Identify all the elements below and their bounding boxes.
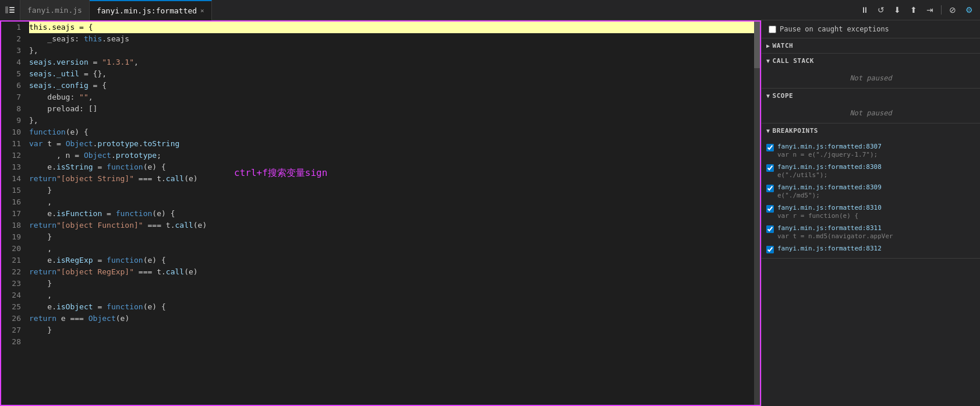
code-line: ,: [29, 243, 754, 255]
code-line: preload: []: [29, 103, 754, 115]
breakpoint-item[interactable]: fanyi.min.js:formatted:8310 var r = func…: [762, 202, 980, 222]
breakpoint-text-5: fanyi.min.js:formatted:8312: [777, 245, 882, 252]
code-line: _seajs: this.seajs: [29, 33, 754, 45]
breakpoint-item[interactable]: fanyi.min.js:formatted:8308 e("./utils")…: [762, 161, 980, 181]
code-line: }: [29, 231, 754, 243]
sidebar-toggle-button[interactable]: [0, 0, 20, 20]
right-panel: Pause on caught exceptions ▶ Watch ▼ Cal…: [761, 20, 980, 406]
tab-close-button[interactable]: ×: [200, 7, 204, 15]
call-stack-not-paused: Not paused: [762, 68, 980, 88]
line-number: 5: [1, 68, 21, 80]
line-number: 12: [1, 150, 21, 161]
scope-label: Scope: [773, 92, 794, 100]
tab-label: fanyi.min.js: [27, 6, 82, 15]
line-number: 7: [1, 91, 21, 103]
tab-label-active: fanyi.min.js:formatted: [97, 6, 197, 15]
pause-button[interactable]: ⏸: [858, 3, 871, 16]
code-line: return "[object String]" === t.call(e): [29, 173, 754, 185]
code-line: e.isObject = function(e) {: [29, 301, 754, 313]
code-line: e.isFunction = function(e) {: [29, 208, 754, 220]
line-number: 2: [1, 33, 21, 45]
svg-rect-2: [9, 9, 15, 10]
breakpoints-section: ▼ Breakpoints fanyi.min.js:formatted:830…: [762, 123, 980, 259]
code-line: },: [29, 45, 754, 57]
watch-section: ▶ Watch: [762, 38, 980, 54]
breakpoint-file-3: fanyi.min.js:formatted:8310: [777, 204, 882, 211]
scrollbar-thumb[interactable]: [754, 22, 760, 68]
deactivate-breakpoints-button[interactable]: ⊘: [946, 3, 959, 16]
line-number: 1: [1, 22, 21, 33]
breakpoints-arrow-icon: ▼: [766, 128, 770, 134]
line-number: 6: [1, 80, 21, 91]
breakpoints-header[interactable]: ▼ Breakpoints: [762, 123, 980, 138]
call-stack-label: Call Stack: [773, 57, 814, 65]
tab-fanyi-min-js[interactable]: fanyi.min.js: [20, 0, 90, 20]
breakpoint-text-2: fanyi.min.js:formatted:8309 e("./md5");: [777, 183, 882, 199]
resume-button[interactable]: ↺: [875, 3, 887, 16]
call-stack-section: ▼ Call Stack Not paused: [762, 54, 980, 89]
code-content[interactable]: this.seajs = { _seajs: this.seajs},seajs…: [24, 22, 754, 405]
code-line: ,: [29, 196, 754, 208]
line-number: 20: [1, 243, 21, 255]
settings-button[interactable]: ⚙: [963, 3, 975, 16]
scope-header[interactable]: ▼ Scope: [762, 89, 980, 103]
editor-area[interactable]: 1234567891011121314151617181920212223242…: [0, 20, 761, 406]
breakpoint-code-4: var t = n.md5(navigator.appVer: [777, 232, 893, 240]
breakpoint-checkbox-5[interactable]: [766, 246, 774, 253]
code-line: ,: [29, 290, 754, 301]
line-number: 28: [1, 336, 21, 348]
code-line: e.isString = function(e) {: [29, 161, 754, 173]
breakpoint-checkbox-2[interactable]: [766, 185, 774, 192]
step-into-button[interactable]: ⬆: [907, 3, 920, 16]
line-numbers: 1234567891011121314151617181920212223242…: [1, 22, 24, 405]
code-line: return e === Object(e): [29, 313, 754, 324]
scope-not-paused: Not paused: [762, 103, 980, 123]
breakpoint-item[interactable]: fanyi.min.js:formatted:8307 var n = e(".…: [762, 140, 980, 161]
editor-scrollbar[interactable]: [754, 22, 760, 405]
code-line: return "[object RegExp]" === t.call(e): [29, 266, 754, 278]
code-line: seajs.version = "1.3.1",: [29, 57, 754, 68]
toolbar-separator: [941, 5, 942, 15]
line-number: 21: [1, 255, 21, 266]
svg-rect-3: [9, 12, 15, 13]
breakpoint-file-5: fanyi.min.js:formatted:8312: [777, 245, 882, 252]
breakpoint-checkbox-3[interactable]: [766, 205, 774, 213]
step-out-button[interactable]: ⇥: [924, 3, 936, 16]
line-number: 15: [1, 185, 21, 196]
step-over-button[interactable]: ⬇: [891, 3, 904, 16]
breakpoint-text-0: fanyi.min.js:formatted:8307 var n = e(".…: [777, 143, 882, 158]
line-number: 8: [1, 103, 21, 115]
breakpoint-item[interactable]: fanyi.min.js:formatted:8311 var t = n.md…: [762, 222, 980, 242]
breakpoint-file-4: fanyi.min.js:formatted:8311: [777, 224, 893, 232]
line-number: 24: [1, 290, 21, 301]
svg-rect-1: [9, 7, 15, 8]
breakpoint-code-0: var n = e("./jquery-1.7");: [777, 151, 882, 158]
line-number: 23: [1, 278, 21, 290]
breakpoint-code-1: e("./utils");: [777, 171, 882, 179]
line-number: 22: [1, 266, 21, 278]
tab-bar: fanyi.min.js fanyi.min.js:formatted × ⏸ …: [0, 0, 980, 20]
watch-header[interactable]: ▶ Watch: [762, 38, 980, 53]
code-line: seajs._config = {: [29, 80, 754, 91]
line-number: 9: [1, 115, 21, 126]
code-line: function(e) {: [29, 126, 754, 138]
breakpoint-item[interactable]: fanyi.min.js:formatted:8312: [762, 242, 980, 256]
breakpoint-checkbox-1[interactable]: [766, 164, 774, 172]
tab-fanyi-min-js-formatted[interactable]: fanyi.min.js:formatted ×: [90, 0, 212, 20]
breakpoint-item[interactable]: fanyi.min.js:formatted:8309 e("./md5");: [762, 181, 980, 202]
breakpoints-list: fanyi.min.js:formatted:8307 var n = e(".…: [762, 138, 980, 258]
line-number: 16: [1, 196, 21, 208]
line-number: 13: [1, 161, 21, 173]
call-stack-header[interactable]: ▼ Call Stack: [762, 54, 980, 68]
line-number: 19: [1, 231, 21, 243]
breakpoint-file-1: fanyi.min.js:formatted:8308: [777, 163, 882, 171]
scope-section: ▼ Scope Not paused: [762, 89, 980, 123]
breakpoint-checkbox-0[interactable]: [766, 144, 774, 151]
breakpoints-label: Breakpoints: [773, 127, 818, 135]
pause-exceptions-checkbox[interactable]: [769, 26, 776, 33]
line-number: 10: [1, 126, 21, 138]
code-line: , n = Object.prototype;: [29, 150, 754, 161]
debug-toolbar: ⏸ ↺ ⬇ ⬆ ⇥ ⊘ ⚙: [858, 3, 980, 16]
scope-arrow-icon: ▼: [766, 93, 770, 99]
breakpoint-checkbox-4[interactable]: [766, 225, 774, 233]
